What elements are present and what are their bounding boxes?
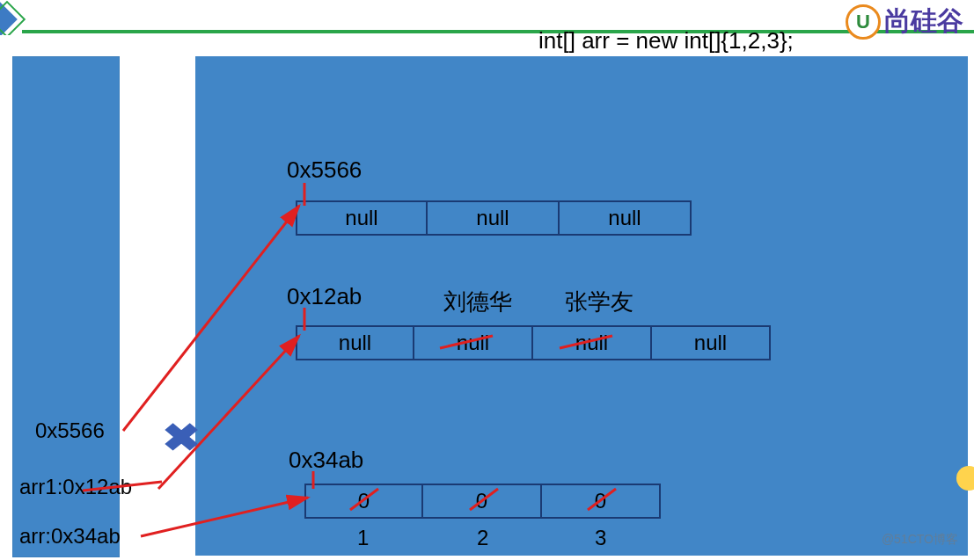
heap-addr-3: 0x34ab xyxy=(289,447,363,474)
array-cell: null xyxy=(296,325,414,360)
heap-addr-2: 0x12ab xyxy=(287,283,362,310)
cross-icon: ✖ xyxy=(162,415,201,460)
code-line: int[] arr = new int[]{1,2,3}; xyxy=(538,27,794,54)
array-cell: null xyxy=(428,200,560,236)
cell-override-2: 张学友 xyxy=(565,287,633,317)
array-row-2: null null null null xyxy=(296,325,771,360)
array-cell: null xyxy=(560,200,692,236)
array-cell: null xyxy=(414,325,533,360)
heap-addr-1: 0x5566 xyxy=(287,156,362,184)
header-divider xyxy=(22,30,974,33)
stack-ref-arr: arr:0x34ab xyxy=(19,524,121,549)
brand-text: 尚硅谷 xyxy=(884,4,963,40)
array-cell: 0 xyxy=(542,484,661,519)
array-cell: null xyxy=(533,325,652,360)
watermark: @51CTO博客 xyxy=(882,532,958,548)
index-label: 3 xyxy=(595,526,606,550)
array-row-1: null null null xyxy=(296,200,692,236)
index-label: 2 xyxy=(477,526,488,550)
array-row-3: 0 0 0 xyxy=(304,484,661,519)
array-cell: null xyxy=(652,325,771,360)
array-cell: 0 xyxy=(423,484,542,519)
stack-ref-arr1: arr1:0x12ab xyxy=(19,475,132,499)
array-cell: 0 xyxy=(304,484,423,519)
brand-logo: U 尚硅谷 xyxy=(846,4,963,40)
cell-override-1: 刘德华 xyxy=(443,287,512,317)
index-label: 1 xyxy=(357,526,369,550)
stack-ref-new: 0x5566 xyxy=(35,418,105,443)
decorative-dot xyxy=(956,466,974,491)
array-cell: null xyxy=(296,200,428,236)
brand-badge-icon: U xyxy=(846,4,881,40)
